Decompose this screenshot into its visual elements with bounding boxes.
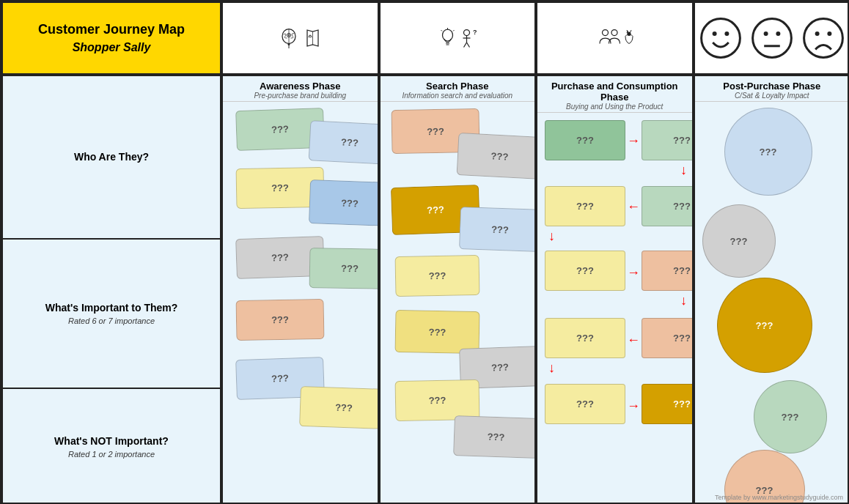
awareness-card-4: ??? (309, 179, 379, 226)
postpurchase-phase-header (694, 1, 850, 75)
awareness-header: Awareness Phase Pre-purchase brand build… (223, 76, 378, 102)
arrow-left-1: ← (627, 199, 640, 215)
search-card-9: ??? (453, 415, 536, 459)
svg-point-5 (288, 34, 290, 36)
purchase-card-7: ??? (545, 318, 625, 358)
search-phase-header: ? (379, 1, 537, 75)
purchase-phase-header (536, 1, 694, 75)
watermark: Template by www.marketingstudyguide.com (715, 494, 843, 501)
svg-point-27 (712, 32, 716, 36)
purchase-card-2: ??? (642, 120, 694, 160)
search-header: Search Phase Information search and eval… (381, 76, 535, 102)
lightbulb-person-icon: ? (435, 16, 479, 60)
purchase-card-9: ??? (545, 384, 625, 424)
page-subtitle: Shopper Sally (73, 41, 151, 54)
awareness-phase-header (221, 1, 379, 75)
post-circle-4: ??? (754, 380, 827, 453)
purchase-body: ??? → ??? ↓ ??? ← ??? ↓ ??? → (537, 113, 692, 503)
who-title: Who Are They? (74, 151, 149, 163)
svg-point-26 (701, 19, 740, 58)
important-sub: Rated 6 or 7 importance (68, 316, 155, 325)
purchase-content: Purchase and Consumption Phase Buying an… (536, 75, 694, 504)
purchase-card-10: ??? (642, 384, 694, 424)
purchase-header: Purchase and Consumption Phase Buying an… (537, 76, 692, 113)
svg-text:?: ? (473, 29, 477, 36)
arrow-right-3: → (627, 399, 640, 414)
faces-group (699, 16, 845, 60)
svg-point-29 (752, 19, 791, 58)
search-card-8: ??? (394, 379, 479, 421)
awareness-card-6: ??? (309, 248, 379, 289)
purchase-card-4: ??? (642, 186, 694, 226)
svg-point-15 (463, 30, 469, 36)
main-grid: Customer Journey Map Shopper Sally (1, 1, 849, 504)
postpurchase-body: ??? ??? ??? ??? ??? (695, 102, 850, 492)
svg-point-31 (776, 32, 780, 36)
purchase-sub: Buying and Using the Product (540, 103, 689, 111)
awareness-content: Awareness Phase Pre-purchase brand build… (221, 75, 379, 504)
svg-point-33 (804, 19, 842, 58)
arrow-right-1: → (627, 133, 640, 149)
post-circle-3: ??? (717, 278, 812, 373)
important-title: What's Important to Them? (45, 302, 178, 314)
purchase-title: Purchase and Consumption Phase (540, 81, 689, 103)
awareness-card-7: ??? (236, 299, 325, 341)
postpurchase-sub: C/Sat & Loyalty Impact (698, 92, 847, 100)
not-important-title: What's NOT Important? (54, 435, 169, 447)
purchase-card-5: ??? (545, 251, 625, 291)
svg-line-14 (453, 30, 455, 32)
purchase-card-1: ??? (545, 120, 625, 160)
arrow-down-1: ↓ (680, 163, 687, 178)
awareness-title: Awareness Phase (226, 81, 375, 92)
svg-point-30 (763, 32, 768, 36)
title-cell: Customer Journey Map Shopper Sally (1, 1, 221, 75)
svg-point-22 (611, 30, 617, 36)
awareness-card-9: ??? (299, 386, 378, 429)
postpurchase-title: Post-Purchase Phase (698, 81, 847, 92)
search-card-2: ??? (456, 133, 536, 179)
arrow-down-3: ↓ (680, 293, 687, 308)
svg-line-25 (631, 30, 632, 33)
not-important-sub: Rated 1 or 2 importance (68, 450, 155, 459)
awareness-body: ??? ??? ??? ??? ??? ??? ??? (223, 102, 378, 492)
awareness-sub: Pre-purchase brand building (226, 92, 375, 100)
search-content: Search Phase Information search and eval… (379, 75, 537, 504)
postpurchase-header: Post-Purchase Phase C/Sat & Loyalty Impa… (695, 76, 850, 102)
arrow-down-2: ↓ (548, 229, 555, 244)
awareness-card-2: ??? (309, 120, 379, 165)
arrow-right-2: → (627, 265, 640, 281)
who-section: Who Are They? (3, 76, 220, 240)
search-card-6: ??? (394, 310, 479, 354)
svg-line-19 (466, 42, 469, 48)
svg-point-28 (724, 32, 729, 36)
search-card-5: ??? (394, 255, 479, 297)
page-title: Customer Journey Map (38, 22, 185, 38)
svg-line-18 (463, 42, 466, 48)
purchase-card-3: ??? (545, 186, 625, 226)
arrow-down-4: ↓ (548, 360, 555, 376)
left-panel: Who Are They? What's Important to Them? … (1, 75, 221, 504)
svg-point-34 (815, 32, 819, 36)
sad-face-icon (801, 16, 845, 60)
important-section: What's Important to Them? Rated 6 or 7 i… (3, 240, 220, 389)
post-circle-2: ??? (702, 204, 776, 278)
purchase-card-8: ??? (642, 318, 694, 358)
purchase-card-6: ??? (642, 251, 694, 291)
neutral-face-icon (750, 16, 794, 60)
arrow-left-2: ← (627, 333, 640, 348)
search-sub: Information search and evaluation (383, 92, 532, 100)
search-title: Search Phase (383, 81, 532, 92)
search-card-4: ??? (459, 207, 536, 252)
post-circle-1: ??? (724, 108, 812, 196)
svg-point-21 (603, 30, 609, 36)
svg-point-2 (288, 43, 290, 45)
brain-map-icon (278, 16, 322, 60)
search-body: ??? ??? ??? ??? ??? ??? ??? ??? (381, 102, 535, 492)
not-important-section: What's NOT Important? Rated 1 or 2 impor… (3, 389, 220, 504)
svg-line-13 (441, 30, 442, 32)
svg-point-35 (827, 32, 831, 36)
happy-face-icon (699, 16, 743, 60)
postpurchase-content: Post-Purchase Phase C/Sat & Loyalty Impa… (694, 75, 850, 504)
people-hand-icon (592, 16, 636, 60)
